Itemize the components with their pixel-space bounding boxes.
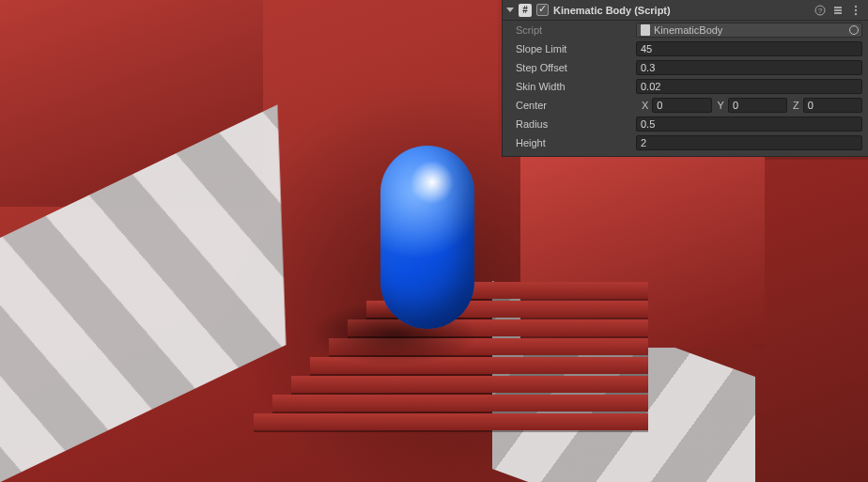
- center-y-input[interactable]: [728, 98, 787, 113]
- center-z-input[interactable]: [803, 98, 862, 113]
- svg-point-7: [855, 12, 857, 14]
- svg-point-6: [855, 8, 857, 10]
- skin-width-row: Skin Width: [503, 77, 868, 96]
- context-menu-button[interactable]: [849, 4, 862, 17]
- slope-limit-input[interactable]: [636, 41, 862, 56]
- skin-width-label: Skin Width: [516, 81, 636, 92]
- presets-icon: [832, 5, 844, 16]
- height-input[interactable]: [636, 135, 862, 150]
- script-object-field[interactable]: KinematicBody: [636, 23, 862, 38]
- radius-row: Radius: [503, 115, 868, 133]
- document-icon: [641, 24, 650, 36]
- axis-z-label: Z: [793, 100, 799, 111]
- help-button[interactable]: ?: [814, 4, 827, 17]
- inspector-panel: # Kinematic Body (Script) ? Script Kinem…: [502, 0, 868, 157]
- component-header[interactable]: # Kinematic Body (Script) ?: [503, 0, 868, 21]
- object-picker-icon[interactable]: [849, 25, 859, 35]
- center-label: Center: [516, 100, 636, 111]
- foldout-toggle-icon[interactable]: [506, 8, 514, 12]
- height-row: Height: [503, 133, 868, 152]
- svg-rect-2: [834, 7, 842, 8]
- center-x-input[interactable]: [652, 98, 711, 113]
- axis-y-label: Y: [718, 100, 724, 111]
- script-icon: #: [519, 4, 532, 17]
- center-row: Center X Y Z: [503, 96, 868, 115]
- axis-x-label: X: [642, 100, 648, 111]
- script-label: Script: [516, 24, 636, 36]
- presets-button[interactable]: [831, 4, 845, 17]
- step-offset-label: Step Offset: [516, 62, 636, 73]
- radius-label: Radius: [516, 118, 636, 130]
- height-label: Height: [516, 137, 636, 148]
- svg-rect-4: [834, 12, 842, 14]
- slope-limit-row: Slope Limit: [503, 39, 868, 58]
- script-row: Script KinematicBody: [503, 21, 868, 39]
- component-title: Kinematic Body (Script): [553, 5, 809, 16]
- svg-text:?: ?: [818, 7, 823, 15]
- step-offset-row: Step Offset: [503, 58, 868, 77]
- slope-limit-label: Slope Limit: [516, 43, 636, 54]
- script-value: KinematicBody: [654, 24, 858, 36]
- kebab-icon: [851, 5, 860, 16]
- component-enabled-checkbox[interactable]: [536, 4, 549, 16]
- step-offset-input[interactable]: [636, 60, 862, 75]
- radius-input[interactable]: [636, 117, 862, 132]
- svg-point-5: [855, 5, 857, 7]
- help-icon: ?: [814, 5, 826, 16]
- skin-width-input[interactable]: [636, 79, 862, 94]
- svg-rect-3: [834, 9, 842, 11]
- player-capsule[interactable]: [380, 146, 474, 329]
